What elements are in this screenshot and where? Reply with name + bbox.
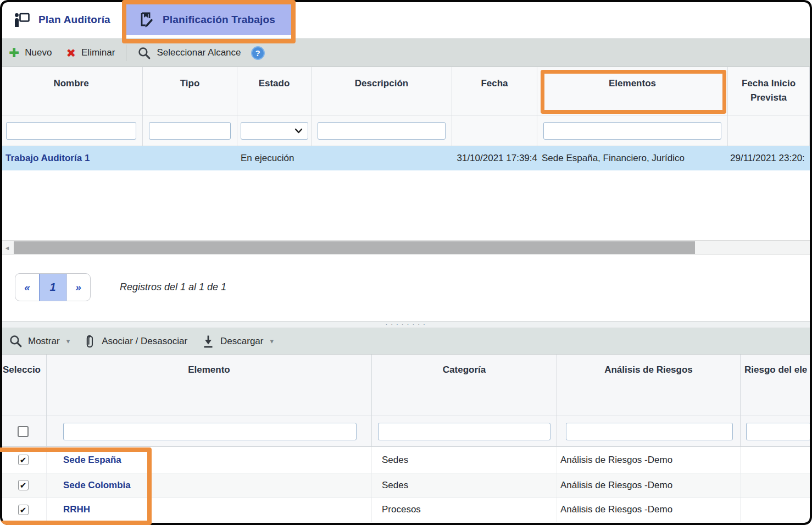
cell-extra xyxy=(810,146,812,170)
check-icon: ✔ xyxy=(20,506,27,514)
column-header-nombre[interactable]: Nombre xyxy=(0,67,143,115)
cell-riesgo xyxy=(741,447,812,473)
filter-nombre-input[interactable] xyxy=(6,122,136,140)
elementos-grid: Seleccio Elemento Categoría Análisis de … xyxy=(0,355,812,522)
trabajos-toolbar: ✚ Nuevo ✖ Eliminar Seleccionar Alcance ? xyxy=(0,38,812,67)
filter-elementos-input[interactable] xyxy=(543,122,721,140)
cell-categoria: Procesos xyxy=(372,498,557,522)
row-checkbox-checked[interactable]: ✔ xyxy=(18,505,29,515)
tab-bar: Plan Auditoría Planificación Trabajos xyxy=(0,0,812,38)
trabajo-link[interactable]: Trabajo Auditoría 1 xyxy=(5,153,90,164)
scroll-left-arrow-icon[interactable]: ◄ xyxy=(2,241,13,255)
seleccionar-alcance-button[interactable]: Seleccionar Alcance xyxy=(137,46,241,60)
column-header-riesgo-del-elemento[interactable]: Riesgo del ele xyxy=(741,355,812,416)
descargar-label: Descargar xyxy=(220,336,263,347)
trabajos-grid: Nombre Tipo Estado Descripción Fecha Ele… xyxy=(0,67,812,170)
delete-x-icon: ✖ xyxy=(66,47,76,59)
column-header-analisis-de-riesgos[interactable]: Análisis de Riesgos xyxy=(557,355,741,416)
row-checkbox-checked[interactable]: ✔ xyxy=(18,455,29,465)
cell-riesgo xyxy=(741,498,812,522)
cell-analisis: Análisis de Riesgos -Demo xyxy=(557,447,741,473)
toolbar-divider xyxy=(126,45,126,61)
elemento-row[interactable]: ✔ Sede Colombia Sedes Análisis de Riesgo… xyxy=(0,473,812,498)
column-header-seleccionar[interactable]: Seleccio xyxy=(0,355,47,416)
elementos-filter-row xyxy=(0,416,812,447)
select-all-checkbox[interactable] xyxy=(18,426,29,437)
check-icon: ✔ xyxy=(20,456,27,464)
pagination-prev-button[interactable]: « xyxy=(15,274,39,301)
column-header-categoria[interactable]: Categoría xyxy=(372,355,557,416)
cell-tipo xyxy=(143,146,237,170)
column-header-elementos[interactable]: Elementos xyxy=(537,67,728,115)
asociar-label: Asociar / Desasociar xyxy=(102,336,187,347)
elemento-row[interactable]: ✔ RRHH Procesos Análisis de Riesgos -Dem… xyxy=(0,498,812,522)
tab-planificacion-trabajos[interactable]: Planificación Trabajos xyxy=(125,4,291,35)
filter-fecha-cell xyxy=(452,115,537,146)
search-icon xyxy=(9,334,23,348)
column-header-extra xyxy=(810,67,812,115)
descargar-button[interactable]: Descargar ▾ xyxy=(202,334,274,349)
tab-plan-auditoria[interactable]: Plan Auditoría xyxy=(1,4,123,35)
filter-analisis-input[interactable] xyxy=(566,423,733,440)
trabajos-filter-row xyxy=(0,115,812,146)
mostrar-label: Mostrar xyxy=(28,336,60,347)
filter-categoria-input[interactable] xyxy=(378,423,550,440)
chevron-down-icon xyxy=(294,128,303,134)
caret-down-icon: ▾ xyxy=(270,337,274,345)
elementos-toolbar: Mostrar ▾ Asociar / Desasociar Descargar… xyxy=(0,328,812,355)
pagination-next-button[interactable]: » xyxy=(66,274,90,301)
scrollbar-thumb[interactable] xyxy=(14,241,695,254)
filter-descripcion-input[interactable] xyxy=(318,122,446,140)
pagination-page-1[interactable]: 1 xyxy=(39,274,66,301)
mostrar-button[interactable]: Mostrar ▾ xyxy=(9,334,70,348)
horizontal-scrollbar[interactable]: ◄ xyxy=(0,240,812,255)
tab-label: Planificación Trabajos xyxy=(163,14,275,26)
filter-riesgo-input[interactable] xyxy=(746,423,811,440)
trabajos-header-row: Nombre Tipo Estado Descripción Fecha Ele… xyxy=(0,67,812,115)
nuevo-label: Nuevo xyxy=(25,47,52,58)
caret-down-icon: ▾ xyxy=(66,337,70,345)
paperclip-icon xyxy=(84,334,96,349)
trabajo-row-selected[interactable]: Trabajo Auditoría 1 En ejecución 31/10/2… xyxy=(0,146,812,170)
column-header-descripcion[interactable]: Descripción xyxy=(312,67,452,115)
eliminar-label: Eliminar xyxy=(81,47,115,58)
asociar-desasociar-button[interactable]: Asociar / Desasociar xyxy=(84,334,187,349)
filter-tipo-input[interactable] xyxy=(149,122,231,140)
row-checkbox-checked[interactable]: ✔ xyxy=(18,480,29,490)
filter-elemento-input[interactable] xyxy=(63,423,357,440)
seleccionar-alcance-label: Seleccionar Alcance xyxy=(157,47,241,58)
help-icon[interactable]: ? xyxy=(251,46,265,60)
elemento-row[interactable]: ✔ Sede España Sedes Análisis de Riesgos … xyxy=(0,447,812,473)
app-window: Plan Auditoría Planificación Trabajos ✚ … xyxy=(0,0,812,525)
cell-fecha-inicio-prevista: 29/11/2021 23:20: xyxy=(728,146,810,170)
cell-categoria: Sedes xyxy=(372,447,557,473)
tab-label: Plan Auditoría xyxy=(38,14,110,26)
elemento-link[interactable]: Sede España xyxy=(63,455,121,466)
elemento-link[interactable]: Sede Colombia xyxy=(63,480,131,491)
column-header-estado[interactable]: Estado xyxy=(237,67,312,115)
search-icon xyxy=(137,46,151,60)
column-header-fecha[interactable]: Fecha xyxy=(452,67,537,115)
cell-estado: En ejecución xyxy=(237,146,312,170)
nuevo-button[interactable]: ✚ Nuevo xyxy=(9,47,52,59)
column-header-tipo[interactable]: Tipo xyxy=(143,67,237,115)
cell-analisis: Análisis de Riesgos -Demo xyxy=(557,498,741,522)
cell-riesgo xyxy=(741,473,812,497)
eliminar-button[interactable]: ✖ Eliminar xyxy=(66,47,115,59)
bookmark-pencil-icon xyxy=(137,11,155,29)
check-icon: ✔ xyxy=(20,481,27,489)
cell-categoria: Sedes xyxy=(372,473,557,497)
filter-extra-cell xyxy=(810,115,812,146)
presenter-board-icon xyxy=(13,12,31,28)
panel-splitter[interactable]: ▪ ▪ ▪ ▪ ▪ ▪ ▪ ▪ xyxy=(0,321,812,328)
filter-fecha-inicio-cell xyxy=(728,115,810,146)
cell-analisis: Análisis de Riesgos -Demo xyxy=(557,473,741,497)
download-icon xyxy=(202,334,215,349)
column-header-fecha-inicio-prevista[interactable]: Fecha Inicio Prevista xyxy=(728,67,810,115)
elemento-link[interactable]: RRHH xyxy=(63,504,90,515)
splitter-grip-icon: ▪ ▪ ▪ ▪ ▪ ▪ ▪ ▪ xyxy=(0,322,812,328)
cell-fecha: 31/10/2021 17:39:4 xyxy=(452,146,537,170)
cell-descripcion xyxy=(312,146,452,170)
column-header-elemento[interactable]: Elemento xyxy=(47,355,372,416)
filter-estado-select[interactable] xyxy=(241,122,308,140)
